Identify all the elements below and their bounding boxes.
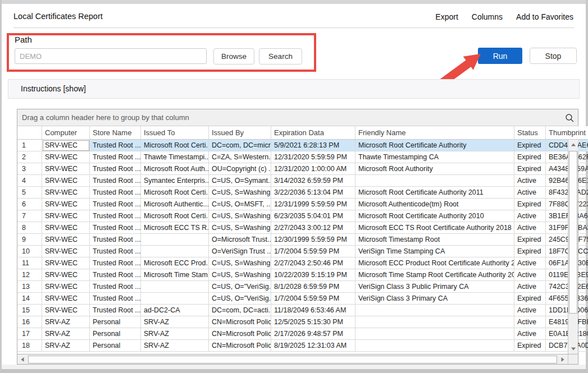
cell-issued_by[interactable]: DC=com, DC=micr... xyxy=(209,140,271,151)
cell-issued_to[interactable]: Thawte Timestampi... xyxy=(141,151,209,163)
cell-issued_by[interactable]: DC=com, DC=acti... xyxy=(209,305,271,316)
cell-store[interactable]: Trusted Root ... xyxy=(90,163,141,175)
cell-store[interactable]: Trusted Root ... xyxy=(90,281,141,293)
cell-num[interactable]: 16 xyxy=(17,316,42,328)
cell-issued_to[interactable]: Microsoft Authentic... xyxy=(141,199,209,210)
cell-friendly[interactable]: Microsoft ECC TS Root Certificate Author… xyxy=(355,222,514,234)
cell-expiration[interactable]: 1/7/2004 5:59:59 PM xyxy=(271,246,355,257)
cell-status[interactable]: Expired xyxy=(514,140,546,151)
table-row[interactable]: 7SRV-WECTrusted Root ...Microsoft Root C… xyxy=(17,210,588,222)
cell-friendly[interactable] xyxy=(355,340,514,352)
cell-issued_by[interactable]: C=US, S=Washing... xyxy=(209,222,271,234)
cell-issued_to[interactable]: SRV-AZ xyxy=(141,340,209,352)
cell-store[interactable]: Trusted Root ... xyxy=(90,151,141,163)
cell-issued_to[interactable]: Microsoft ECC TS R... xyxy=(141,222,209,234)
cell-computer[interactable]: SRV-WEC xyxy=(42,199,90,210)
cell-issued_by[interactable]: C=US, S=Washing... xyxy=(209,187,271,199)
cell-issued_to[interactable]: Symantec Enterpris... xyxy=(141,175,209,187)
cell-issued_by[interactable]: C=US, O="VeriSig... xyxy=(209,281,271,293)
cell-thumbprint[interactable]: 0119E81BE9A14CD8E22 xyxy=(546,269,588,281)
cell-expiration[interactable]: 12/31/1999 5:59:59 PM xyxy=(271,199,355,210)
cell-friendly[interactable]: Microsoft Root Certificate Authority 201… xyxy=(355,210,514,222)
cell-expiration[interactable]: 2/27/2043 3:00:12 PM xyxy=(271,222,355,234)
cell-expiration[interactable]: 10/22/2039 5:15:19 PM xyxy=(271,269,355,281)
cell-issued_to[interactable]: Microsoft Root Certi... xyxy=(141,140,209,151)
cell-friendly[interactable]: VeriSign Time Stamping CA xyxy=(355,246,514,257)
cell-num[interactable]: 17 xyxy=(17,328,42,340)
cell-friendly[interactable]: Microsoft Root Certificate Authority 201… xyxy=(355,187,514,199)
column-header-rownum[interactable] xyxy=(17,126,42,140)
cell-store[interactable]: Trusted Root ... xyxy=(90,210,141,222)
cell-issued_to[interactable]: Microsoft Root Auth... xyxy=(141,163,209,175)
cell-friendly[interactable]: Microsoft Time Stamp Root Certificate Au… xyxy=(355,269,514,281)
cell-issued_by[interactable]: CN=Microsoft Polic... xyxy=(209,340,271,352)
cell-num[interactable]: 10 xyxy=(17,246,42,257)
cell-thumbprint[interactable]: 3B1EFD3A66EA28B1669 xyxy=(546,210,588,222)
cell-status[interactable]: Expired xyxy=(514,199,546,210)
cell-status[interactable]: Expired xyxy=(514,151,546,163)
cell-issued_by[interactable]: C=US, S=Washing... xyxy=(209,210,271,222)
cell-num[interactable]: 3 xyxy=(17,163,42,175)
table-row[interactable]: 17SRV-AZPersonalSRV-AZCN=Microsoft Polic… xyxy=(17,328,588,340)
cell-computer[interactable]: SRV-WEC xyxy=(42,293,90,305)
cell-store[interactable]: Trusted Root ... xyxy=(90,175,141,187)
cell-issued_to[interactable] xyxy=(141,293,209,305)
cell-num[interactable]: 9 xyxy=(17,234,42,246)
cell-expiration[interactable]: 3/22/2036 5:13:04 PM xyxy=(271,187,355,199)
cell-computer[interactable]: SRV-WEC xyxy=(42,281,90,293)
run-button[interactable]: Run xyxy=(478,48,522,64)
add-to-favorites-link[interactable]: Add to Favorites xyxy=(516,12,573,21)
cell-num[interactable]: 7 xyxy=(17,210,42,222)
table-row[interactable]: 18SRV-AZPersonalSRV-AZCN=Microsoft Polic… xyxy=(17,340,588,352)
cell-friendly[interactable]: Microsoft Timestamp Root xyxy=(355,234,514,246)
cell-store[interactable]: Trusted Root ... xyxy=(90,269,141,281)
cell-status[interactable]: Active xyxy=(514,328,546,340)
cell-num[interactable]: 8 xyxy=(17,222,42,234)
export-link[interactable]: Export xyxy=(435,12,458,21)
cell-expiration[interactable]: 6/23/2035 5:04:01 PM xyxy=(271,210,355,222)
cell-computer[interactable]: SRV-WEC xyxy=(42,210,90,222)
cell-computer[interactable]: SRV-WEC xyxy=(42,257,90,269)
vertical-scroll-thumb[interactable] xyxy=(569,151,577,314)
cell-num[interactable]: 2 xyxy=(17,151,42,163)
cell-computer[interactable]: SRV-WEC xyxy=(42,269,90,281)
cell-thumbprint[interactable]: 31F9FC8BA3805986B72 xyxy=(546,222,588,234)
cell-status[interactable]: Expired xyxy=(514,246,546,257)
cell-issued_to[interactable]: ad-DC2-CA xyxy=(141,305,209,316)
cell-issued_to[interactable]: SRV-AZ xyxy=(141,328,209,340)
stop-button[interactable]: Stop xyxy=(530,48,577,64)
cell-status[interactable]: Active xyxy=(514,257,546,269)
cell-computer[interactable]: SRV-WEC xyxy=(42,140,90,151)
column-header-thumbprint[interactable]: Thumbprint xyxy=(546,126,588,140)
table-row[interactable]: 5SRV-WECTrusted Root ...Microsoft Root C… xyxy=(17,187,588,199)
cell-issued_by[interactable]: C=US, O=MSFT, ... xyxy=(209,199,271,210)
cell-store[interactable]: Trusted Root ... xyxy=(90,257,141,269)
cell-thumbprint[interactable]: 18F7C1FCC3090203FD5 xyxy=(546,246,588,257)
cell-thumbprint[interactable]: 06F1AA330B927B753A4 xyxy=(546,257,588,269)
cell-friendly[interactable]: Microsoft Root Certificate Authority xyxy=(355,140,514,151)
column-header-store-name[interactable]: Store Name xyxy=(90,126,141,140)
cell-issued_by[interactable]: C=US, S=Washing... xyxy=(209,257,271,269)
instructions-bar[interactable]: Instructions [show] xyxy=(8,79,580,99)
cell-issued_to[interactable]: Microsoft Root Certi... xyxy=(141,210,209,222)
cell-friendly[interactable]: VeriSign Class 3 Public Primary CA xyxy=(355,281,514,293)
group-by-panel[interactable]: Drag a column header here to group by th… xyxy=(17,109,578,126)
column-header-issued-by[interactable]: Issued By xyxy=(209,126,271,140)
cell-friendly[interactable] xyxy=(355,316,514,328)
cell-computer[interactable]: SRV-WEC xyxy=(42,187,90,199)
cell-expiration[interactable]: 5/9/2021 6:28:13 PM xyxy=(271,140,355,151)
cell-num[interactable]: 6 xyxy=(17,199,42,210)
instructions-label[interactable]: Instructions [show] xyxy=(21,80,579,98)
cell-expiration[interactable]: 12/31/2020 1:00:00 AM xyxy=(271,163,355,175)
magnifier-icon[interactable] xyxy=(564,113,575,123)
cell-store[interactable]: Personal xyxy=(90,340,141,352)
cell-issued_by[interactable]: OU=Copyright (c) ... xyxy=(209,163,271,175)
cell-status[interactable]: Expired xyxy=(514,163,546,175)
cell-expiration[interactable]: 1/7/2004 5:59:59 PM xyxy=(271,293,355,305)
scroll-up-button[interactable] xyxy=(569,141,578,149)
column-header-expiration-data[interactable]: Expiration Data xyxy=(271,126,355,140)
cell-issued_to[interactable]: Microsoft Root Certi... xyxy=(141,187,209,199)
table-row[interactable]: 1SRV-WECTrusted Root ...Microsoft Root C… xyxy=(17,140,588,151)
cell-issued_to[interactable]: SRV-AZ xyxy=(141,316,209,328)
cell-status[interactable]: Active xyxy=(514,316,546,328)
